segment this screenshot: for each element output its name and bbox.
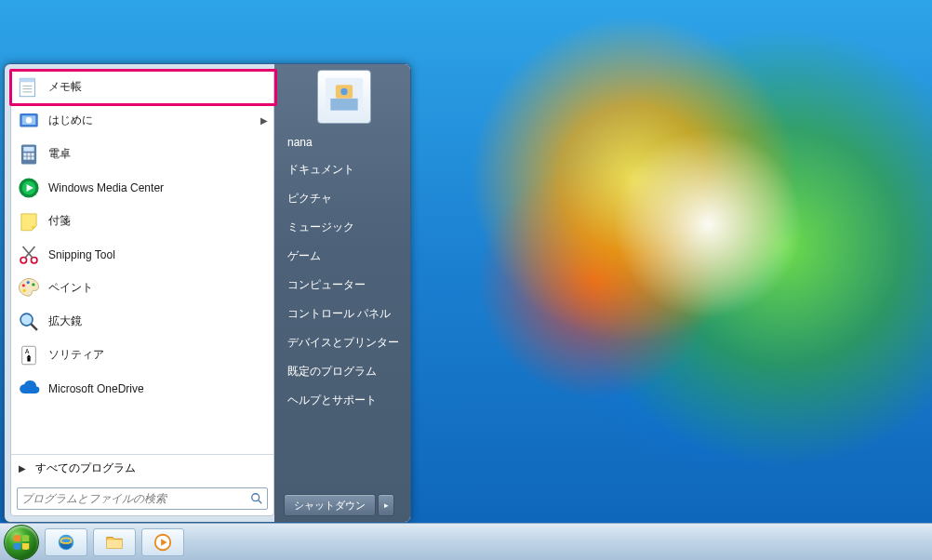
shutdown-button[interactable]: シャットダウン — [284, 494, 376, 516]
svg-point-27 — [20, 313, 33, 326]
program-label: 拡大鏡 — [48, 313, 82, 329]
all-programs-button[interactable]: ▶ すべてのプログラム — [11, 454, 273, 482]
right-link-documents[interactable]: ドキュメント — [284, 155, 405, 184]
svg-rect-14 — [27, 156, 30, 159]
program-item-notepad[interactable]: メモ帳 — [11, 71, 273, 104]
svg-line-33 — [259, 500, 262, 504]
magnifier-icon — [17, 310, 41, 334]
svg-point-26 — [23, 288, 26, 291]
program-label: Snipping Tool — [48, 248, 115, 261]
program-label: ペイント — [48, 280, 93, 296]
svg-rect-15 — [31, 156, 33, 159]
svg-rect-40 — [107, 540, 123, 548]
start-menu-left-pane: メモ帳 はじめに ▶ 電卓 Windows Media Center — [10, 70, 274, 516]
svg-line-28 — [31, 324, 37, 330]
svg-rect-35 — [330, 99, 357, 111]
svg-rect-11 — [27, 153, 30, 155]
submenu-arrow-icon: ▶ — [260, 115, 268, 126]
start-menu-right-pane: nana ドキュメント ピクチャ ミュージック ゲーム コンピューター コントロ… — [274, 64, 410, 522]
program-item-onedrive[interactable]: Microsoft OneDrive — [11, 372, 273, 406]
right-link-help[interactable]: ヘルプとサポート — [284, 386, 405, 415]
user-picture[interactable] — [317, 70, 371, 124]
program-label: 電卓 — [48, 146, 71, 162]
program-label: ソリティア — [48, 347, 104, 363]
program-label: Microsoft OneDrive — [48, 382, 144, 395]
svg-rect-13 — [23, 156, 26, 159]
chevron-right-icon: ▸ — [384, 500, 389, 510]
taskbar-item-ie[interactable] — [45, 528, 87, 556]
calculator-icon — [17, 142, 41, 167]
svg-text:A: A — [25, 348, 30, 354]
all-programs-label: すべてのプログラム — [35, 460, 136, 476]
windows-logo-icon — [11, 532, 32, 553]
program-item-wmc[interactable]: Windows Media Center — [11, 171, 273, 205]
taskbar-item-media-player[interactable] — [141, 528, 184, 556]
svg-line-21 — [25, 247, 35, 258]
program-list: メモ帳 はじめに ▶ 電卓 Windows Media Center — [11, 71, 273, 454]
svg-rect-12 — [31, 153, 33, 155]
media-player-icon — [153, 532, 173, 553]
program-label: メモ帳 — [48, 79, 82, 95]
paint-icon — [17, 276, 41, 300]
program-item-solitaire[interactable]: A ソリティア — [11, 339, 273, 372]
svg-point-37 — [340, 88, 347, 95]
right-link-default-programs[interactable]: 既定のプログラム — [284, 357, 405, 386]
snipping-tool-icon — [17, 243, 41, 267]
search-icon — [250, 492, 263, 505]
shutdown-options-button[interactable]: ▸ — [378, 494, 394, 516]
internet-explorer-icon — [56, 532, 76, 553]
program-label: Windows Media Center — [48, 181, 164, 194]
svg-point-7 — [26, 116, 33, 123]
right-link-pictures[interactable]: ピクチャ — [284, 184, 405, 213]
start-menu: メモ帳 はじめに ▶ 電卓 Windows Media Center — [4, 63, 411, 523]
right-link-computer[interactable]: コンピューター — [284, 271, 405, 300]
shutdown-row: シャットダウン ▸ — [284, 485, 405, 516]
program-item-magnifier[interactable]: 拡大鏡 — [11, 305, 273, 339]
sticky-notes-icon — [17, 209, 41, 233]
right-link-games[interactable]: ゲーム — [284, 242, 405, 271]
all-programs-arrow-icon: ▶ — [19, 463, 26, 473]
svg-rect-1 — [20, 78, 34, 82]
svg-point-24 — [27, 280, 30, 283]
right-link-music[interactable]: ミュージック — [284, 213, 405, 242]
file-explorer-icon — [104, 532, 125, 553]
svg-rect-31 — [27, 357, 30, 361]
program-item-calculator[interactable]: 電卓 — [11, 138, 273, 171]
taskbar-item-explorer[interactable] — [93, 528, 136, 556]
svg-rect-9 — [23, 146, 33, 151]
user-name-link[interactable]: nana — [284, 129, 405, 155]
right-link-devices-printers[interactable]: デバイスとプリンター — [284, 328, 405, 357]
program-item-getting-started[interactable]: はじめに ▶ — [11, 104, 273, 138]
start-button[interactable] — [4, 525, 39, 560]
svg-rect-10 — [23, 153, 26, 155]
media-center-icon — [17, 176, 41, 200]
search-row: プログラムとファイルの検索 — [11, 482, 273, 515]
program-item-snipping-tool[interactable]: Snipping Tool — [11, 238, 273, 272]
onedrive-icon — [17, 377, 41, 401]
svg-line-22 — [23, 247, 33, 258]
right-link-control-panel[interactable]: コントロール パネル — [284, 300, 405, 328]
search-input[interactable]: プログラムとファイルの検索 — [17, 487, 268, 510]
program-label: 付箋 — [48, 213, 71, 229]
program-item-paint[interactable]: ペイント — [11, 272, 273, 305]
notepad-icon — [17, 75, 41, 100]
taskbar — [0, 523, 932, 560]
svg-point-23 — [22, 284, 25, 287]
svg-point-25 — [32, 283, 34, 286]
search-placeholder: プログラムとファイルの検索 — [21, 491, 166, 507]
svg-point-32 — [252, 494, 260, 501]
getting-started-icon — [17, 109, 41, 133]
program-item-sticky-notes[interactable]: 付箋 — [11, 205, 273, 238]
solitaire-icon: A — [17, 343, 41, 367]
program-label: はじめに — [48, 113, 93, 128]
